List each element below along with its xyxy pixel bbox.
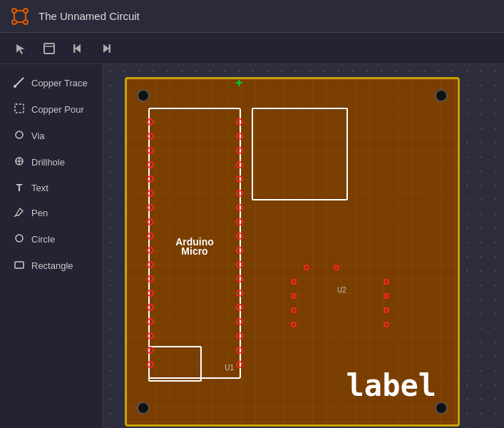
toolbar (0, 33, 504, 64)
via-label: Via (31, 131, 45, 141)
copper-trace-label: Copper Trace (31, 78, 88, 88)
copper-pour-label: Copper Pour (31, 104, 84, 115)
pad (147, 133, 154, 140)
pad (236, 190, 243, 197)
drillhole-icon (13, 156, 26, 169)
pad (236, 347, 243, 354)
pad (236, 247, 243, 254)
sidebar-item-copper-trace[interactable]: Copper Trace (6, 71, 97, 95)
pad (236, 175, 243, 183)
corner-hole-br (435, 402, 448, 414)
rectangle-label: Rectangle (31, 260, 73, 271)
circle-label: Circle (31, 234, 55, 245)
pad (147, 332, 154, 340)
app-logo-icon (9, 5, 31, 28)
pad (147, 304, 154, 311)
pad (291, 322, 297, 327)
pad (236, 361, 243, 368)
pad (147, 318, 154, 325)
svg-rect-0 (9, 5, 31, 28)
arduino-sublabel: Micro (181, 245, 207, 257)
svg-line-22 (14, 215, 16, 217)
step-forward-button[interactable] (94, 36, 118, 61)
corner-hole-tl (137, 89, 150, 102)
svg-rect-14 (109, 44, 111, 53)
pad (384, 307, 389, 313)
pen-icon (13, 206, 26, 220)
pad (147, 218, 154, 225)
pen-label: Pen (31, 208, 48, 218)
step-back-button[interactable] (66, 36, 90, 61)
pad (236, 261, 243, 268)
component-box-1 (252, 108, 348, 200)
text-label: Text (31, 183, 48, 193)
svg-marker-13 (103, 44, 109, 53)
title-bar: The Unnamed Circuit (0, 0, 504, 33)
pad (236, 304, 243, 311)
select-tool-button[interactable] (9, 36, 33, 61)
board-label-text: label (346, 368, 436, 403)
pad (384, 322, 389, 327)
pad (334, 265, 339, 270)
corner-hole-bl (137, 402, 150, 414)
pad (147, 275, 154, 282)
pad (236, 332, 243, 340)
sidebar-item-copper-pour[interactable]: Copper Pour (6, 98, 97, 121)
pad (147, 290, 154, 297)
pad (384, 293, 389, 299)
pad (304, 265, 309, 270)
pad (147, 361, 154, 368)
svg-point-16 (14, 85, 16, 88)
pad (236, 147, 243, 154)
u2-ref: U2 (337, 286, 346, 294)
window-title: The Unnamed Circuit (38, 10, 140, 22)
svg-rect-17 (15, 104, 24, 113)
component-box-small (148, 346, 202, 382)
sidebar-item-rectangle[interactable]: Rectangle (6, 254, 97, 277)
rectangle-icon (13, 259, 26, 272)
pad (236, 133, 243, 140)
circle-icon (13, 233, 26, 246)
pad (147, 233, 154, 240)
sidebar-item-text[interactable]: T Text (6, 177, 97, 198)
pad (236, 233, 243, 240)
arduino-ref: U1 (225, 364, 234, 372)
via-icon (13, 129, 26, 143)
sidebar-item-drillhole[interactable]: Drillhole (6, 151, 97, 174)
pad (147, 247, 154, 254)
pad (291, 293, 297, 299)
copper-trace-icon (13, 76, 26, 90)
pad (147, 161, 154, 168)
pad (147, 347, 154, 354)
sidebar-item-via[interactable]: Via (6, 124, 97, 148)
arduino-micro-component: Arduino Micro U1 (148, 108, 241, 379)
main-layout: Copper Trace Copper Pour Via (0, 64, 504, 428)
copper-pour-icon (13, 103, 26, 116)
pcb-board[interactable]: Arduino Micro U1 U2 label (125, 77, 460, 427)
sidebar-item-circle[interactable]: Circle (6, 228, 97, 251)
pad (236, 204, 243, 211)
pad (236, 118, 243, 126)
pad (147, 204, 154, 211)
pad (384, 279, 389, 285)
canvas-area[interactable]: + Arduino Micro U1 U2 label (103, 64, 504, 428)
svg-marker-11 (75, 44, 81, 53)
pad (291, 307, 297, 313)
frame-tool-button[interactable] (37, 36, 61, 61)
svg-rect-12 (73, 44, 76, 53)
sidebar-item-pen[interactable]: Pen (6, 201, 97, 225)
corner-hole-tr (435, 89, 448, 102)
svg-point-18 (16, 131, 23, 138)
pad (236, 318, 243, 325)
svg-rect-24 (15, 262, 24, 268)
pad (147, 118, 154, 126)
pad (236, 290, 243, 297)
sidebar: Copper Trace Copper Pour Via (0, 64, 103, 428)
pad (236, 275, 243, 282)
cursor-indicator: + (235, 76, 243, 91)
svg-rect-9 (44, 44, 54, 54)
pad (147, 175, 154, 183)
drillhole-label: Drillhole (31, 157, 65, 168)
svg-point-23 (16, 235, 23, 242)
svg-line-15 (15, 78, 24, 86)
